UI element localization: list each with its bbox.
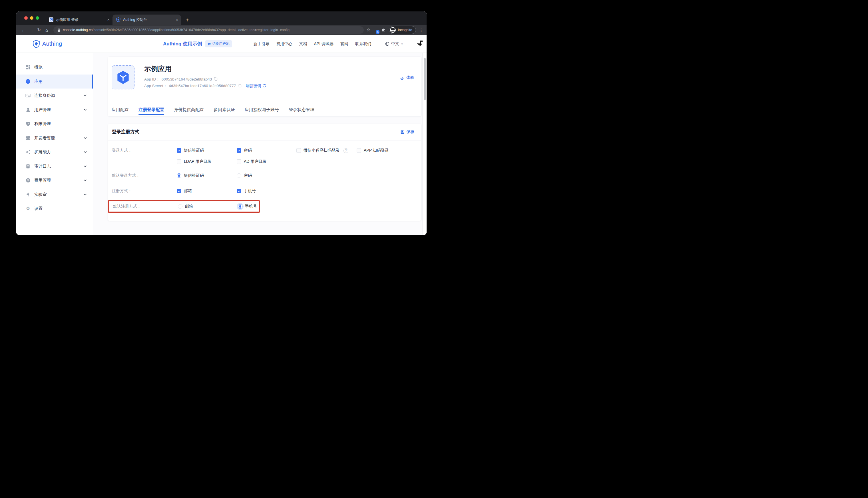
sidebar: 概览 应用 连接身份源 用户管理 权限管理 开发者资源 xyxy=(16,53,93,235)
sidebar-item-settings[interactable]: ⚙ 设置 xyxy=(16,201,93,216)
help-icon[interactable]: ? xyxy=(343,148,348,153)
language-selector[interactable]: 中文 ∨ xyxy=(385,41,403,47)
checkbox-checked-icon xyxy=(237,148,241,153)
tab-authorization-subaccount[interactable]: 应用授权与子账号 xyxy=(245,103,279,116)
minimize-window-button[interactable] xyxy=(30,16,34,20)
tab-login-state[interactable]: 登录状态管理 xyxy=(289,103,314,116)
chevron-down-icon xyxy=(84,165,87,168)
nav-item-guide[interactable]: 新手引导 xyxy=(253,41,269,47)
browser-menu-icon[interactable]: ⋮ xyxy=(419,28,423,32)
gear-icon: ⚙ xyxy=(25,206,30,211)
toolbar-right: ☆ 5 Incognito ⋮ xyxy=(367,26,423,34)
radio-default-register-email[interactable]: 邮箱 xyxy=(178,204,238,209)
forward-icon[interactable]: → xyxy=(27,28,35,32)
sidebar-item-permissions[interactable]: 权限管理 xyxy=(16,117,93,131)
checkbox-app-scan[interactable]: APP 扫码登录 xyxy=(357,148,417,153)
checkbox-register-phone[interactable]: 手机号 xyxy=(237,188,297,194)
nav-item-contact[interactable]: 联系我们 xyxy=(355,41,371,47)
url-bar[interactable]: console.authing.cn/console/5a9fa26cf8635… xyxy=(53,26,364,34)
radio-default-login-password[interactable]: 密码 xyxy=(237,173,297,178)
download-icon[interactable]: 5 xyxy=(373,28,378,32)
checkbox-password[interactable]: 密码 xyxy=(237,148,297,153)
switch-userpool-button[interactable]: ⇄ 切换用户池 xyxy=(205,40,232,48)
radio-selected-icon xyxy=(177,173,181,178)
scrollbar-thumb[interactable] xyxy=(424,58,426,100)
refresh-icon xyxy=(262,84,266,88)
brand-name: Authing xyxy=(42,41,62,47)
sidebar-item-developer-resources[interactable]: 开发者资源 xyxy=(16,131,93,145)
dino-mascot-icon[interactable] xyxy=(417,41,423,47)
checkbox-ldap[interactable]: LDAP 用户目录 xyxy=(177,159,237,164)
copy-icon[interactable] xyxy=(238,83,241,88)
login-register-card: 登录注册方式 保存 登录方式： 短信验证码 xyxy=(108,123,421,221)
authing-logo[interactable]: Authing xyxy=(32,35,62,53)
sidebar-item-identity-sources[interactable]: 连接身份源 xyxy=(16,89,93,103)
radio-unselected-icon xyxy=(237,173,241,178)
radio-selected-icon xyxy=(238,204,242,209)
app-id-label: App ID： xyxy=(144,77,160,82)
app-logo-box[interactable] xyxy=(111,65,134,89)
reload-icon[interactable]: ↻ xyxy=(35,27,43,32)
download-badge: 5 xyxy=(376,30,380,34)
browser-tab-inactive[interactable]: 示例应用 登录 × xyxy=(45,15,113,25)
app-hexagon-icon xyxy=(25,79,30,84)
new-tab-button[interactable]: + xyxy=(186,17,189,23)
tab-mfa[interactable]: 多因素认证 xyxy=(213,103,235,116)
url-host: console.authing.cn xyxy=(63,28,92,32)
sidebar-item-billing[interactable]: 费用管理 xyxy=(16,173,93,188)
document-icon xyxy=(25,163,30,169)
sidebar-item-extensions[interactable]: 扩展能力 xyxy=(16,145,93,159)
radio-default-login-sms[interactable]: 短信验证码 xyxy=(177,173,237,178)
scrollbar-track[interactable] xyxy=(422,53,426,235)
bookmark-star-icon[interactable]: ☆ xyxy=(367,27,370,32)
default-register-row: 默认注册方式： 邮箱 手机号 xyxy=(113,204,259,209)
experience-link[interactable]: 体验 xyxy=(400,75,414,80)
checkbox-register-email[interactable]: 邮箱 xyxy=(177,188,237,194)
console-content: 概览 应用 连接身份源 用户管理 权限管理 开发者资源 xyxy=(16,53,426,235)
close-window-button[interactable] xyxy=(24,16,28,20)
userpool-title: Authing 使用示例 xyxy=(163,41,202,47)
sidebar-item-applications[interactable]: 应用 xyxy=(16,75,93,89)
window-controls xyxy=(24,16,39,20)
app-meta: 示例应用 App ID： 60053b7416478de2e88fab43 Ap… xyxy=(144,64,266,89)
tab-register-login-config[interactable]: 注册登录配置 xyxy=(139,103,164,116)
checkbox-unchecked-icon xyxy=(177,159,181,164)
login-methods-row: 登录方式： 短信验证码 密码 微信小程序扫码登录 ? xyxy=(112,148,417,153)
tab-idp-config[interactable]: 身份提供商配置 xyxy=(174,103,204,116)
checkbox-sms-code[interactable]: 短信验证码 xyxy=(177,148,237,153)
share-nodes-icon xyxy=(25,149,30,155)
nav-item-docs[interactable]: 文档 xyxy=(299,41,307,47)
globe-icon xyxy=(385,42,390,46)
close-tab-icon[interactable]: × xyxy=(176,17,178,22)
zoom-window-button[interactable] xyxy=(36,16,39,20)
browser-tab-active[interactable]: Authing 控制台 × xyxy=(113,15,181,25)
app-name: 示例应用 xyxy=(144,64,266,74)
sidebar-item-overview[interactable]: 概览 xyxy=(16,60,93,75)
extensions-puzzle-icon[interactable] xyxy=(381,27,386,33)
login-methods-label: 登录方式： xyxy=(112,148,177,153)
nav-item-api-debugger[interactable]: API 调试器 xyxy=(314,41,333,47)
sidebar-item-lab[interactable]: 实验室 xyxy=(16,188,93,202)
sidebar-item-audit-logs[interactable]: 审计日志 xyxy=(16,159,93,174)
close-tab-icon[interactable]: × xyxy=(107,17,110,22)
nav-item-billing[interactable]: 费用中心 xyxy=(276,41,292,47)
save-button[interactable]: 保存 xyxy=(400,130,414,135)
dashboard-grid-icon xyxy=(25,65,30,70)
chevron-down-icon xyxy=(84,179,87,182)
browser-toolbar: ← → ↻ ⌂ console.authing.cn/console/5a9fa… xyxy=(16,25,426,35)
copy-icon[interactable] xyxy=(213,77,218,82)
incognito-badge[interactable]: Incognito xyxy=(389,26,416,34)
tab-app-config[interactable]: 应用配置 xyxy=(111,103,129,116)
code-window-icon xyxy=(25,135,30,141)
nav-item-website[interactable]: 官网 xyxy=(340,41,348,47)
checkbox-ad[interactable]: AD 用户目录 xyxy=(237,159,297,164)
sidebar-item-user-management[interactable]: 用户管理 xyxy=(16,103,93,117)
checkbox-checked-icon xyxy=(177,189,181,193)
lock-icon xyxy=(57,28,61,32)
refresh-secret-link[interactable]: 刷新密钥 xyxy=(246,83,266,89)
back-icon[interactable]: ← xyxy=(20,28,27,32)
register-methods-row: 注册方式： 邮箱 手机号 xyxy=(112,188,417,194)
checkbox-wechat-miniprogram[interactable]: 微信小程序扫码登录 ? xyxy=(297,148,357,153)
home-icon[interactable]: ⌂ xyxy=(43,28,51,32)
radio-default-register-phone[interactable]: 手机号 xyxy=(238,204,259,209)
